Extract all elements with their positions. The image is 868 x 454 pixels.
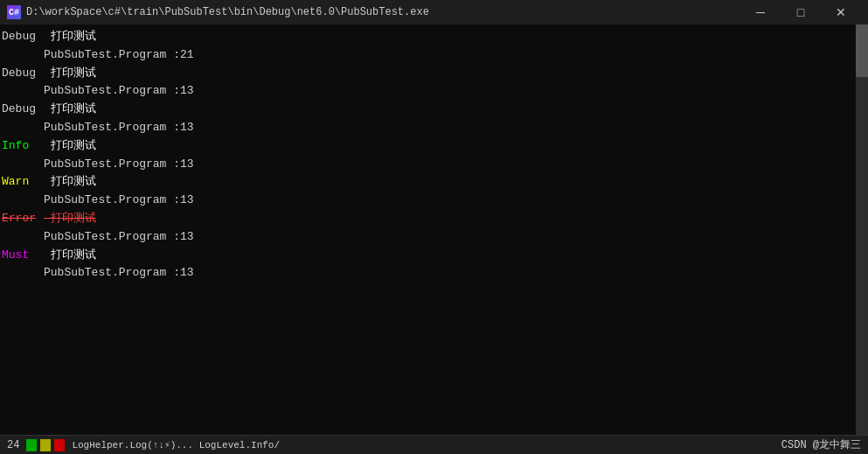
log-level-debug: Debug xyxy=(2,65,44,83)
log-message: 打印测试 xyxy=(44,247,96,265)
log-message: 打印测试 xyxy=(44,210,96,228)
console-line: PubSubTest.Program :13 xyxy=(2,264,866,283)
console-line: PubSubTest.Program :13 xyxy=(2,119,866,137)
log-source: PubSubTest.Program :13 xyxy=(2,192,194,210)
log-source: PubSubTest.Program :13 xyxy=(2,228,194,247)
level-indicators xyxy=(26,439,65,451)
restore-button[interactable]: □ xyxy=(781,0,821,24)
console-line: PubSubTest.Program :13 xyxy=(2,192,866,210)
console-line: Debug 打印测试 xyxy=(2,65,866,83)
log-source: PubSubTest.Program :13 xyxy=(2,82,194,101)
console-lines: Debug 打印测试PubSubTest.Program :21Debug 打印… xyxy=(2,28,866,283)
log-level-must: Must xyxy=(2,247,44,265)
status-bar: 24 LogHelper.Log(↑↓⚡)... LogLevel.Info/ … xyxy=(0,435,868,454)
console-line: PubSubTest.Program :21 xyxy=(2,46,866,65)
log-message: 打印测试 xyxy=(44,137,96,156)
console-line: Error 打印测试 xyxy=(2,210,866,228)
console-line: Must 打印测试 xyxy=(2,247,866,265)
log-source: PubSubTest.Program :13 xyxy=(2,264,194,283)
console-line: Info 打印测试 xyxy=(2,137,866,156)
console-line: PubSubTest.Program :13 xyxy=(2,228,866,247)
log-level-debug: Debug xyxy=(2,28,44,46)
title-bar: C# D:\workSpace\c#\train\PubSubTest\bin\… xyxy=(0,0,868,24)
scrollbar[interactable] xyxy=(856,24,868,435)
scrollbar-thumb[interactable] xyxy=(856,24,868,77)
console-output: Debug 打印测试PubSubTest.Program :21Debug 打印… xyxy=(0,24,868,435)
log-message: 打印测试 xyxy=(44,28,96,46)
close-button[interactable]: ✕ xyxy=(821,0,861,24)
line-number: 24 xyxy=(7,439,19,451)
log-source: PubSubTest.Program :13 xyxy=(2,119,194,137)
console-line: Debug 打印测试 xyxy=(2,101,866,119)
console-line: PubSubTest.Program :13 xyxy=(2,82,866,101)
green-indicator xyxy=(26,439,37,451)
title-bar-path: D:\workSpace\c#\train\PubSubTest\bin\Deb… xyxy=(26,6,429,18)
log-message: 打印测试 xyxy=(44,65,96,83)
console-line: Debug 打印测试 xyxy=(2,28,866,46)
console-line: PubSubTest.Program :13 xyxy=(2,156,866,174)
log-level-info: Info xyxy=(2,137,44,156)
app-icon: C# xyxy=(7,5,21,19)
log-level-warn: Warn xyxy=(2,173,44,192)
status-log-text: LogHelper.Log(↑↓⚡)... LogLevel.Info/ xyxy=(72,439,280,451)
log-source: PubSubTest.Program :21 xyxy=(2,46,194,65)
status-left: 24 LogHelper.Log(↑↓⚡)... LogLevel.Info/ xyxy=(7,439,280,451)
log-source: PubSubTest.Program :13 xyxy=(2,156,194,174)
title-bar-left: C# D:\workSpace\c#\train\PubSubTest\bin\… xyxy=(7,5,429,19)
yellow-indicator xyxy=(40,439,51,451)
status-attribution: CSDN @龙中舞三 xyxy=(781,437,861,452)
window-controls: ─ □ ✕ xyxy=(740,0,861,24)
minimize-button[interactable]: ─ xyxy=(740,0,781,24)
red-indicator xyxy=(54,439,65,451)
log-message: 打印测试 xyxy=(44,173,96,192)
log-message: 打印测试 xyxy=(44,101,96,119)
console-line: Warn 打印测试 xyxy=(2,173,866,192)
log-level-debug: Debug xyxy=(2,101,44,119)
log-level-error: Error xyxy=(2,210,44,228)
